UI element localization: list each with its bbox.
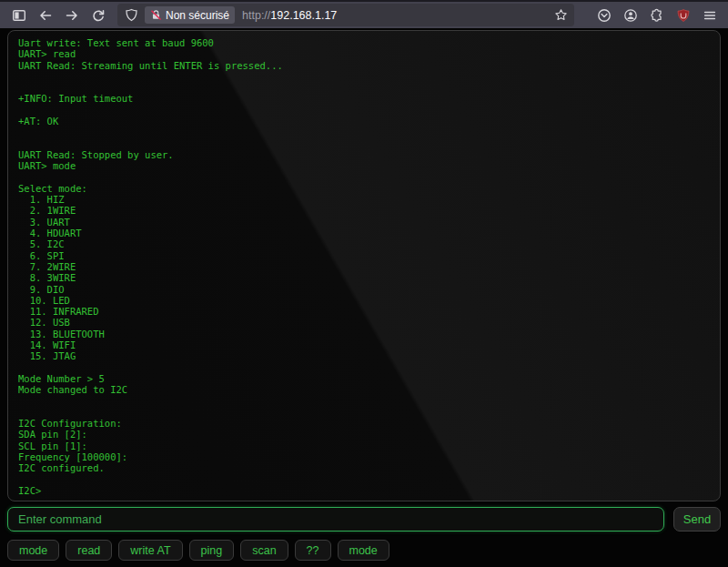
url-text: http://192.168.1.17 (238, 9, 547, 22)
reload-icon (91, 8, 106, 23)
quick-command-help[interactable]: ?? (295, 540, 331, 561)
sidebar-toggle-button[interactable] (6, 4, 31, 26)
quick-command-scan[interactable]: scan (240, 540, 288, 561)
quick-command-mode-2[interactable]: mode (338, 540, 389, 561)
forward-icon (65, 8, 79, 23)
web-terminal-page: Uart write: Text sent at baud 9600 UART>… (0, 28, 728, 565)
url-host: 192.168.1.17 (270, 9, 337, 22)
shield-icon (125, 8, 138, 22)
quick-command-ping[interactable]: ping (189, 540, 235, 561)
pocket-button[interactable] (592, 4, 616, 26)
account-icon (623, 8, 638, 23)
quick-command-read[interactable]: read (66, 540, 112, 561)
command-input[interactable] (7, 507, 664, 532)
command-bar: Send (7, 507, 721, 532)
pocket-icon (597, 8, 612, 23)
extensions-button[interactable] (644, 4, 669, 26)
forward-button[interactable] (59, 4, 84, 26)
star-icon (554, 8, 568, 22)
quick-command-mode-1[interactable]: mode (7, 540, 59, 561)
security-badge[interactable]: Non sécurisé (145, 6, 235, 24)
quick-command-write-at[interactable]: write AT (118, 540, 182, 561)
url-bar[interactable]: Non sécurisé http://192.168.1.17 (117, 4, 574, 26)
browser-toolbar: Non sécurisé http://192.168.1.17 (0, 0, 728, 28)
menu-button[interactable] (697, 4, 722, 26)
security-badge-label: Non sécurisé (166, 9, 229, 22)
account-button[interactable] (618, 4, 642, 26)
extensions-icon (650, 8, 664, 23)
tracking-protection-button[interactable] (121, 5, 141, 25)
back-icon (38, 8, 53, 23)
terminal-output: Uart write: Text sent at baud 9600 UART>… (7, 30, 721, 501)
back-button[interactable] (33, 4, 57, 26)
bookmark-button[interactable] (551, 5, 571, 25)
url-protocol: http:// (242, 9, 270, 22)
ublock-icon (676, 8, 691, 23)
reload-button[interactable] (86, 4, 110, 26)
ublock-button[interactable] (671, 4, 695, 26)
broken-lock-icon (150, 9, 162, 21)
sidebar-icon (12, 8, 26, 23)
menu-icon (703, 8, 717, 23)
quick-commands-bar: mode read write AT ping scan ?? mode (7, 540, 721, 561)
send-button[interactable]: Send (673, 507, 721, 532)
